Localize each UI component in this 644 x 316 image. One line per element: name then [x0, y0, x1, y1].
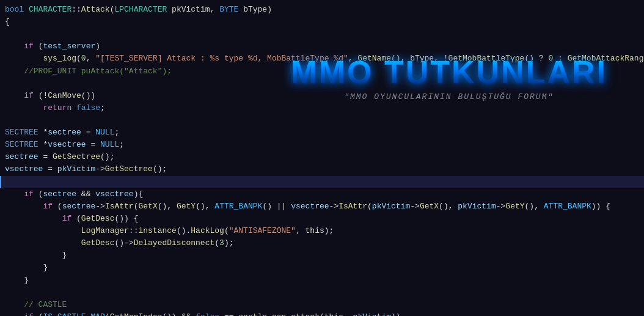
token: }: [5, 251, 67, 260]
token: (: [71, 214, 81, 223]
token: [5, 91, 24, 100]
code-line: vsectree = pkVictim->GetSectree();: [0, 163, 644, 175]
token: (), bType, !: [391, 54, 448, 63]
token: ();: [100, 152, 114, 161]
token: [5, 189, 24, 199]
code-lines: bool CHARACTER::Attack(LPCHARACTER pkVic…: [0, 0, 644, 316]
token: DelayedDisconnect: [134, 238, 215, 248]
token: ::: [129, 226, 139, 235]
token: ATTR_BANPK: [214, 202, 262, 211]
token: 3: [219, 238, 224, 248]
line-content: if (GetDesc()) {: [5, 213, 639, 225]
token: if: [24, 91, 34, 100]
code-line: SECTREE *vsectree = NULL;: [0, 139, 644, 151]
token: [5, 226, 81, 235]
code-line: if (!CanMove()): [0, 90, 644, 102]
token: (),: [439, 202, 458, 211]
token: CanMove: [48, 91, 81, 100]
token: ->: [329, 202, 339, 211]
token: if: [43, 202, 53, 211]
token: 0: [81, 54, 86, 63]
token: ;: [114, 128, 119, 137]
line-content: vsectree = pkVictim->GetSectree();: [5, 163, 639, 175]
token: ){: [134, 189, 148, 199]
token: vsectree: [95, 189, 133, 199]
token: vsectree: [5, 164, 43, 174]
code-line: [0, 28, 644, 40]
token: ->: [95, 164, 105, 174]
token: GetY: [177, 202, 196, 211]
token: if: [24, 189, 34, 199]
token: (),: [525, 202, 544, 211]
token: GetMobAttackRange: [568, 54, 644, 63]
token: ()) &&: [163, 312, 196, 316]
token: [5, 103, 43, 112]
token: =: [81, 128, 95, 137]
code-line: if (test_server): [0, 40, 644, 53]
token: (),: [158, 202, 177, 211]
code-line: if (sectree->IsAttr(GetX(), GetY(), ATTR…: [0, 200, 644, 213]
token: ()): [81, 91, 95, 100]
token: [5, 42, 24, 51]
token: SECTREE: [5, 128, 38, 137]
token: (: [367, 202, 372, 211]
token: pkVictim: [57, 164, 95, 174]
code-line: [0, 176, 644, 188]
token: =: [43, 164, 57, 174]
token: ;: [100, 103, 105, 112]
code-editor: bool CHARACTER::Attack(LPCHARACTER pkVic…: [0, 0, 644, 316]
token: }: [5, 276, 29, 285]
token: ,: [348, 54, 358, 63]
code-line: }: [0, 274, 644, 287]
token: IsAttr: [338, 202, 367, 211]
token: NULL: [95, 128, 114, 137]
token: (: [214, 238, 219, 248]
line-content: if (!CanMove()): [5, 90, 639, 102]
token: LogManager: [81, 226, 129, 235]
code-line: bool CHARACTER::Attack(LPCHARACTER pkVic…: [0, 4, 644, 16]
token: {: [5, 17, 10, 26]
token: )): [391, 312, 401, 316]
line-content: }: [5, 262, 639, 274]
line-content: }: [5, 274, 639, 287]
line-content: GetDesc()->DelayedDisconnect(3);: [5, 237, 639, 249]
token: [5, 54, 43, 63]
token: return: [43, 103, 71, 112]
token: ().: [177, 226, 191, 235]
code-line: SECTREE *sectree = NULL;: [0, 127, 644, 139]
token: GetY: [505, 202, 524, 211]
line-content: sectree = GetSectree();: [5, 151, 639, 163]
code-line: [0, 287, 644, 299]
token: // CASTLE: [5, 300, 67, 309]
code-line: if (sectree && vsectree){: [0, 188, 644, 200]
token: castle_can_attack: [238, 312, 320, 316]
code-line: return false;: [0, 102, 644, 114]
line-content: //PROF_UNIT puAttack("Attack");: [5, 65, 639, 78]
token: IsAttr: [105, 202, 134, 211]
code-line: sectree = GetSectree();: [0, 151, 644, 163]
token: sectree: [43, 189, 76, 199]
token: *: [38, 128, 48, 137]
code-line: [0, 78, 644, 90]
line-content: if (sectree && vsectree){: [5, 188, 639, 200]
token: [71, 103, 76, 112]
token: SECTREE: [5, 140, 38, 149]
code-line: {: [0, 16, 644, 28]
token: GetSectree: [105, 164, 153, 174]
token: ): [95, 42, 100, 51]
token: (),: [196, 202, 214, 211]
token: *: [38, 140, 48, 149]
token: [5, 238, 81, 248]
token: false: [76, 103, 100, 112]
token: ::: [71, 5, 81, 14]
token: bType): [238, 5, 272, 14]
code-line: if (IS_CASTLE_MAP(GetMapIndex()) && fals…: [0, 311, 644, 316]
token: instance: [138, 226, 176, 235]
token: &&: [76, 189, 95, 199]
token: (: [34, 312, 43, 316]
code-line: GetDesc()->DelayedDisconnect(3);: [0, 237, 644, 249]
line-content: // CASTLE: [5, 299, 639, 311]
token: Attack: [81, 5, 110, 14]
token: sys_log: [43, 54, 76, 63]
token: pkVictim: [353, 312, 391, 316]
